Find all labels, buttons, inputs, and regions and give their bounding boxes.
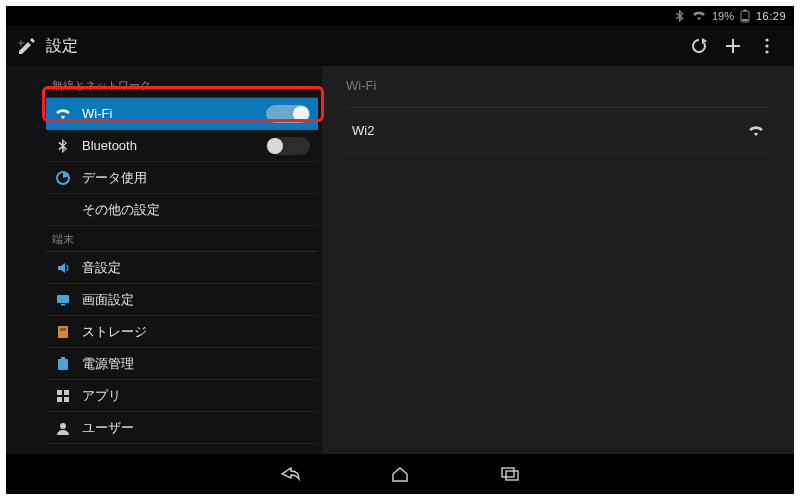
data-usage-icon [54,169,72,187]
display-icon [54,291,72,309]
bluetooth-status-icon [676,10,686,22]
overflow-menu-button[interactable] [750,29,784,63]
clock: 16:29 [756,10,786,22]
svg-rect-13 [57,390,62,395]
svg-rect-14 [64,390,69,395]
svg-rect-15 [57,397,62,402]
settings-item-display[interactable]: 画面設定 [46,284,318,316]
settings-item-storage[interactable]: ストレージ [46,316,318,348]
settings-item-label: Wi-Fi [82,106,112,121]
svg-point-5 [765,50,768,53]
wifi-network-name: Wi2 [352,123,374,138]
app-bar: 設定 [6,26,794,66]
svg-rect-8 [61,304,65,306]
refresh-button[interactable] [682,29,716,63]
settings-item-label: ストレージ [82,323,147,341]
add-button[interactable] [716,29,750,63]
settings-item-xperia[interactable]: Xperia™ [46,444,318,454]
apps-icon [54,387,72,405]
device-frame: 19% 16:29 設定 無線とネットワーク Wi [6,6,794,494]
settings-item-apps[interactable]: アプリ [46,380,318,412]
settings-item-label: その他の設定 [82,201,160,219]
settings-item-bluetooth[interactable]: Bluetooth [46,130,318,162]
svg-rect-2 [742,19,748,21]
sound-icon [54,259,72,277]
svg-point-3 [765,38,768,41]
navigation-bar [6,454,794,494]
svg-rect-7 [57,295,69,303]
storage-icon [54,323,72,341]
status-bar: 19% 16:29 [6,6,794,26]
battery-percent: 19% [712,10,734,22]
blank-icon [54,201,72,219]
app-title: 設定 [46,36,78,57]
settings-list[interactable]: 無線とネットワーク Wi-Fi Bluetooth データ使用 [6,66,322,454]
wifi-toggle[interactable] [266,105,310,123]
svg-point-17 [60,423,66,429]
nav-back-button[interactable] [275,459,305,489]
svg-rect-12 [61,357,65,359]
users-icon [54,419,72,437]
nav-home-button[interactable] [385,459,415,489]
settings-item-label: 電源管理 [82,355,134,373]
detail-pane: Wi-Fi Wi2 [322,66,794,454]
settings-item-power[interactable]: 電源管理 [46,348,318,380]
settings-item-label: ユーザー [82,419,134,437]
wifi-icon [54,105,72,123]
svg-rect-11 [58,359,68,370]
content-area: 無線とネットワーク Wi-Fi Bluetooth データ使用 [6,66,794,454]
svg-rect-9 [58,326,68,338]
wifi-status-icon [692,11,706,21]
settings-item-users[interactable]: ユーザー [46,412,318,444]
svg-rect-10 [60,328,66,331]
settings-item-sound[interactable]: 音設定 [46,252,318,284]
detail-title: Wi-Fi [346,78,770,108]
svg-rect-1 [743,10,746,12]
battery-icon [740,9,750,23]
wifi-network-row[interactable]: Wi2 [346,108,770,154]
svg-rect-16 [64,397,69,402]
nav-recent-button[interactable] [495,459,525,489]
settings-item-data-usage[interactable]: データ使用 [46,162,318,194]
settings-item-more[interactable]: その他の設定 [46,194,318,226]
settings-item-label: データ使用 [82,169,147,187]
power-icon [54,355,72,373]
section-device: 端末 [46,226,318,252]
section-wireless: 無線とネットワーク [46,72,318,98]
settings-item-label: アプリ [82,387,121,405]
settings-item-label: Bluetooth [82,138,137,153]
settings-item-label: 画面設定 [82,291,134,309]
settings-item-label: 音設定 [82,259,121,277]
settings-app-icon [16,35,38,57]
svg-rect-19 [506,471,518,480]
settings-item-wifi[interactable]: Wi-Fi [46,98,318,130]
svg-point-4 [765,44,768,47]
wifi-signal-icon [748,125,764,137]
svg-rect-18 [502,468,514,477]
bluetooth-icon [54,137,72,155]
bluetooth-toggle[interactable] [266,137,310,155]
